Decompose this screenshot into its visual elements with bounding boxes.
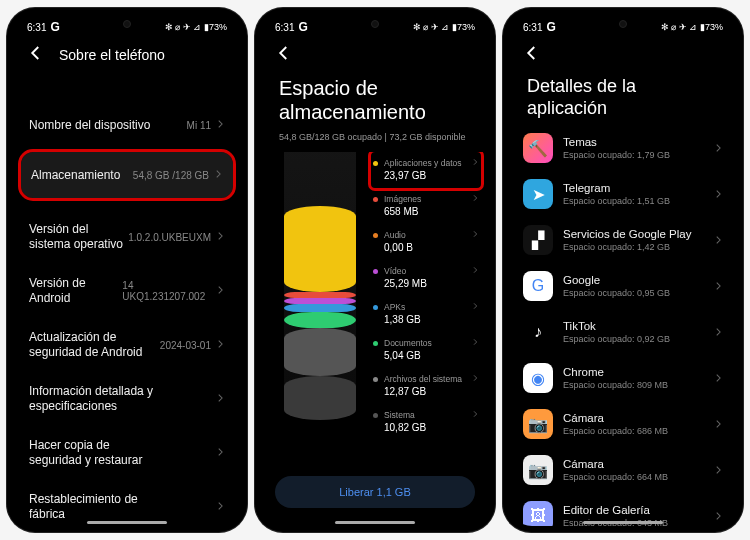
chevron-right-icon xyxy=(471,302,479,312)
chevron-right-icon xyxy=(471,374,479,384)
settings-row[interactable]: Versión del sistema operativo1.0.2.0.UKB… xyxy=(13,210,241,264)
legend-dot xyxy=(373,269,378,274)
row-value: 2024-03-01 xyxy=(160,339,225,351)
legend-label: Sistema xyxy=(384,410,465,421)
storage-legend: Aplicaciones y datos23,97 GBImágenes658 … xyxy=(371,152,481,470)
app-name: Servicios de Google Play xyxy=(563,227,703,242)
app-size: Espacio ocupado: 0,95 GB xyxy=(563,288,703,300)
front-camera xyxy=(619,20,627,28)
legend-dot xyxy=(373,197,378,202)
front-camera xyxy=(371,20,379,28)
app-name: Temas xyxy=(563,135,703,150)
app-name: Cámara xyxy=(563,411,703,426)
row-value: 1.0.2.0.UKBEUXM xyxy=(128,231,225,243)
legend-item[interactable]: Vídeo25,29 MB xyxy=(371,260,481,296)
app-icon: ▞ xyxy=(523,225,553,255)
app-row[interactable]: ▞Servicios de Google PlayEspacio ocupado… xyxy=(509,217,737,263)
app-name: Google xyxy=(563,273,703,288)
legend-item[interactable]: Sistema10,82 GB xyxy=(371,404,481,440)
legend-value: 23,97 GB xyxy=(384,169,465,182)
settings-row[interactable]: Almacenamiento54,8 GB /128 GB xyxy=(21,152,233,198)
chart-segment xyxy=(284,292,356,298)
back-icon[interactable] xyxy=(275,44,293,66)
chevron-right-icon xyxy=(471,266,479,276)
home-bar[interactable] xyxy=(335,521,415,524)
legend-label: Vídeo xyxy=(384,266,465,277)
legend-label: Audio xyxy=(384,230,465,241)
app-name: TikTok xyxy=(563,319,703,334)
settings-row[interactable]: Versión de Android14 UKQ1.231207.002 xyxy=(13,264,241,318)
chevron-right-icon xyxy=(713,231,723,249)
legend-item[interactable]: APKs1,38 GB xyxy=(371,296,481,332)
row-label: Versión de Android xyxy=(29,276,122,306)
settings-row[interactable]: Información detallada y especificaciones xyxy=(13,372,241,426)
chevron-right-icon xyxy=(713,415,723,433)
chevron-right-icon xyxy=(215,501,225,513)
app-list: 🔨TemasEspacio ocupado: 1,79 GB➤TelegramE… xyxy=(509,125,737,526)
chevron-right-icon xyxy=(713,323,723,341)
phone-3: 6:31 G ✻ ⌀ ✈ ⊿ ▮73% Detalles de la aplic… xyxy=(503,8,743,532)
chevron-right-icon xyxy=(215,285,225,297)
settings-row[interactable]: Restablecimiento de fábrica xyxy=(13,480,241,526)
chart-segment xyxy=(284,304,356,312)
chevron-right-icon xyxy=(713,277,723,295)
row-value: Mi 11 xyxy=(187,119,225,131)
legend-value: 12,87 GB xyxy=(384,385,465,398)
settings-row[interactable]: Nombre del dispositivoMi 11 xyxy=(13,102,241,148)
home-bar[interactable] xyxy=(87,521,167,524)
legend-dot xyxy=(373,413,378,418)
legend-value: 5,04 GB xyxy=(384,349,465,362)
legend-item[interactable]: Documentos5,04 GB xyxy=(371,332,481,368)
chevron-right-icon xyxy=(713,369,723,387)
app-row[interactable]: ◉ChromeEspacio ocupado: 809 MB xyxy=(509,355,737,401)
row-value xyxy=(211,501,225,513)
chevron-right-icon xyxy=(471,158,479,168)
app-row[interactable]: 📷CámaraEspacio ocupado: 664 MB xyxy=(509,447,737,493)
chevron-right-icon xyxy=(713,507,723,525)
front-camera xyxy=(123,20,131,28)
back-icon[interactable] xyxy=(27,44,45,66)
legend-dot xyxy=(373,305,378,310)
chart-segment xyxy=(284,298,356,304)
app-size: Espacio ocupado: 1,42 GB xyxy=(563,242,703,254)
home-bar[interactable] xyxy=(583,521,663,524)
app-row[interactable]: GGoogleEspacio ocupado: 0,95 GB xyxy=(509,263,737,309)
legend-value: 1,38 GB xyxy=(384,313,465,326)
back-icon[interactable] xyxy=(523,44,541,66)
legend-label: Imágenes xyxy=(384,194,465,205)
app-size: Espacio ocupado: 664 MB xyxy=(563,472,703,484)
row-label: Actualización de seguridad de Android xyxy=(29,330,159,360)
free-space-button[interactable]: Liberar 1,1 GB xyxy=(275,476,475,508)
row-label: Nombre del dispositivo xyxy=(29,118,150,133)
legend-dot xyxy=(373,377,378,382)
legend-dot xyxy=(373,161,378,166)
app-name: Cámara xyxy=(563,457,703,472)
legend-item[interactable]: Audio0,00 B xyxy=(371,224,481,260)
status-time: 6:31 xyxy=(523,22,542,33)
row-label: Almacenamiento xyxy=(31,168,120,183)
settings-row[interactable]: Actualización de seguridad de Android202… xyxy=(13,318,241,372)
app-size: Espacio ocupado: 809 MB xyxy=(563,380,703,392)
chart-segment xyxy=(284,328,356,376)
settings-row[interactable]: Hacer copia de seguridad y restaurar xyxy=(13,426,241,480)
app-row[interactable]: 🔨TemasEspacio ocupado: 1,79 GB xyxy=(509,125,737,171)
app-row[interactable]: 📷CámaraEspacio ocupado: 686 MB xyxy=(509,401,737,447)
status-indicators: ✻ ⌀ ✈ ⊿ ▮73% xyxy=(413,22,475,32)
legend-item[interactable]: Aplicaciones y datos23,97 GB xyxy=(371,152,481,188)
legend-value: 658 MB xyxy=(384,205,465,218)
chevron-right-icon xyxy=(471,410,479,420)
status-google-icon: G xyxy=(50,20,59,34)
legend-item[interactable]: Imágenes658 MB xyxy=(371,188,481,224)
app-size: Espacio ocupado: 1,51 GB xyxy=(563,196,703,208)
app-row[interactable]: ➤TelegramEspacio ocupado: 1,51 GB xyxy=(509,171,737,217)
chevron-right-icon xyxy=(215,119,225,131)
app-size: Espacio ocupado: 0,92 GB xyxy=(563,334,703,346)
app-size: Espacio ocupado: 686 MB xyxy=(563,426,703,438)
legend-label: Archivos del sistema xyxy=(384,374,465,385)
storage-chart xyxy=(275,152,365,470)
app-name: Telegram xyxy=(563,181,703,196)
app-row[interactable]: ♪TikTokEspacio ocupado: 0,92 GB xyxy=(509,309,737,355)
legend-value: 10,82 GB xyxy=(384,421,465,434)
legend-value: 25,29 MB xyxy=(384,277,465,290)
legend-item[interactable]: Archivos del sistema12,87 GB xyxy=(371,368,481,404)
